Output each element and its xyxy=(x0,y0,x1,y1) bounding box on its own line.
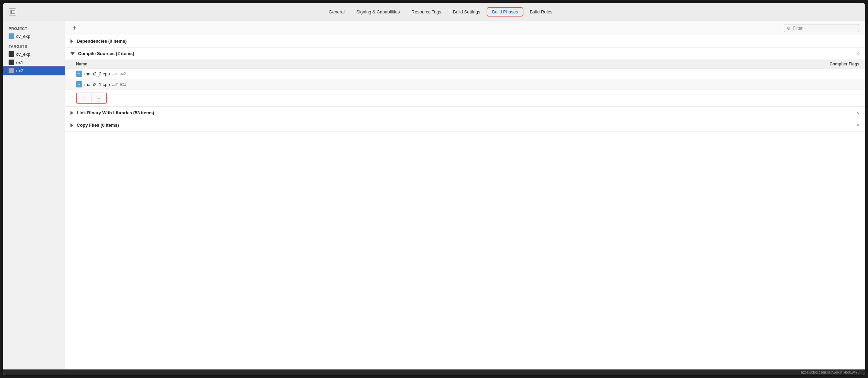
sidebar-toggle[interactable] xyxy=(9,8,16,16)
titlebar: General Signing & Capabilities Resource … xyxy=(3,3,865,21)
sidebar-item-cv-exp-target[interactable]: cv_exp xyxy=(3,50,65,58)
phase-copy-files: Copy Files (0 items) × xyxy=(65,119,865,132)
phase-compile-sources-header[interactable]: Compile Sources (2 items) × xyxy=(65,48,865,60)
project-section-label: PROJECT xyxy=(3,25,65,32)
targets-section-label: TARGETS xyxy=(3,43,65,50)
phase-compile-sources: Compile Sources (2 items) × Name Compile… xyxy=(65,48,865,107)
file-name-1: main2_2.cpp xyxy=(84,71,110,76)
filter-icon: ⊜ xyxy=(787,25,791,31)
target-cv-exp-label: cv_exp xyxy=(16,52,30,57)
cpp-file-icon-2 xyxy=(76,81,82,87)
content-toolbar: + ⊜ xyxy=(65,21,865,35)
file-name-2: main2_1.cpp xyxy=(84,82,110,87)
phase-link-binary-title: Link Binary With Libraries (53 items) xyxy=(77,110,154,115)
phase-link-binary-header[interactable]: Link Binary With Libraries (53 items) × xyxy=(65,107,865,119)
table-row[interactable]: main2_2.cpp ...in ex2 xyxy=(65,69,865,79)
compile-sources-table: Name Compiler Flags main2_2.cpp xyxy=(65,60,865,90)
add-phase-button[interactable]: + xyxy=(70,24,79,32)
phase-link-binary-close[interactable]: × xyxy=(856,110,859,116)
collapse-triangle-compile xyxy=(70,52,75,55)
remove-file-button[interactable]: − xyxy=(91,93,107,103)
xcode-window: General Signing & Capabilities Resource … xyxy=(3,3,865,375)
phase-compile-sources-title: Compile Sources (2 items) xyxy=(78,51,134,56)
phase-dependencies-header[interactable]: Dependencies (0 items) xyxy=(65,35,865,47)
sidebar-item-ex1[interactable]: ex1 xyxy=(3,58,65,66)
phase-compile-sources-close[interactable]: × xyxy=(856,51,859,56)
table-row[interactable]: main2_1.cpp ...in ex2 xyxy=(65,79,865,90)
phase-copy-files-title: Copy Files (0 items) xyxy=(77,123,119,128)
sidebar-item-ex2[interactable]: ex2 xyxy=(3,66,65,75)
sidebar-item-cv-exp-project[interactable]: cv_exp xyxy=(3,32,65,40)
add-file-button[interactable]: + xyxy=(77,93,91,103)
file-location-1: ...in ex2 xyxy=(112,71,126,76)
phase-link-binary: Link Binary With Libraries (53 items) × xyxy=(65,107,865,119)
file-location-2: ...in ex2 xyxy=(112,82,126,87)
tab-bar: General Signing & Capabilities Resource … xyxy=(22,7,859,17)
tab-general[interactable]: General xyxy=(323,7,350,17)
tab-resource-tags[interactable]: Resource Tags xyxy=(406,7,447,17)
main-content: PROJECT cv_exp TARGETS cv_exp ex1 ex2 xyxy=(3,21,865,369)
target-icon-ex2 xyxy=(9,68,14,73)
filter-container: ⊜ xyxy=(784,24,859,32)
filter-input[interactable] xyxy=(793,25,856,31)
compiler-flags-1 xyxy=(538,69,865,79)
sidebar-project-name: cv_exp xyxy=(16,34,30,39)
svg-rect-0 xyxy=(10,10,12,14)
cpp-file-icon-1 xyxy=(76,71,82,77)
target-ex1-label: ex1 xyxy=(16,60,23,65)
collapse-triangle-link xyxy=(70,111,73,115)
col-name-header: Name xyxy=(65,60,538,69)
target-ex2-label: ex2 xyxy=(16,68,23,73)
add-remove-box: + − xyxy=(76,93,107,104)
phase-dependencies: Dependencies (0 items) xyxy=(65,35,865,48)
target-icon-cv-exp xyxy=(9,51,14,57)
footer-url: https://blog.csdn.net/weixin_45019478 xyxy=(801,370,859,374)
phase-copy-files-close[interactable]: × xyxy=(856,123,859,128)
tab-build-settings[interactable]: Build Settings xyxy=(447,7,486,17)
content-area: + ⊜ Dependencies (0 items) xyxy=(65,21,865,369)
collapse-triangle-dependencies xyxy=(70,39,73,43)
target-icon-ex1 xyxy=(9,60,14,65)
tab-signing[interactable]: Signing & Capabilities xyxy=(351,7,405,17)
col-compiler-flags-header: Compiler Flags xyxy=(538,60,865,69)
tab-build-phases[interactable]: Build Phases xyxy=(487,7,524,17)
file-cell-2: main2_1.cpp ...in ex2 xyxy=(65,79,538,90)
phase-copy-files-header[interactable]: Copy Files (0 items) × xyxy=(65,119,865,131)
phases-container: Dependencies (0 items) Compile Sources (… xyxy=(65,35,865,369)
bottom-bar: https://blog.csdn.net/weixin_45019478 xyxy=(3,369,865,375)
file-cell-1: main2_2.cpp ...in ex2 xyxy=(65,69,538,79)
sidebar: PROJECT cv_exp TARGETS cv_exp ex1 ex2 xyxy=(3,21,65,369)
collapse-triangle-copy xyxy=(70,123,73,127)
phase-dependencies-title: Dependencies (0 items) xyxy=(77,39,127,44)
add-remove-row: + − xyxy=(65,90,865,106)
compiler-flags-2 xyxy=(538,79,865,90)
file-icon xyxy=(9,33,14,39)
tab-build-rules[interactable]: Build Rules xyxy=(524,7,558,17)
